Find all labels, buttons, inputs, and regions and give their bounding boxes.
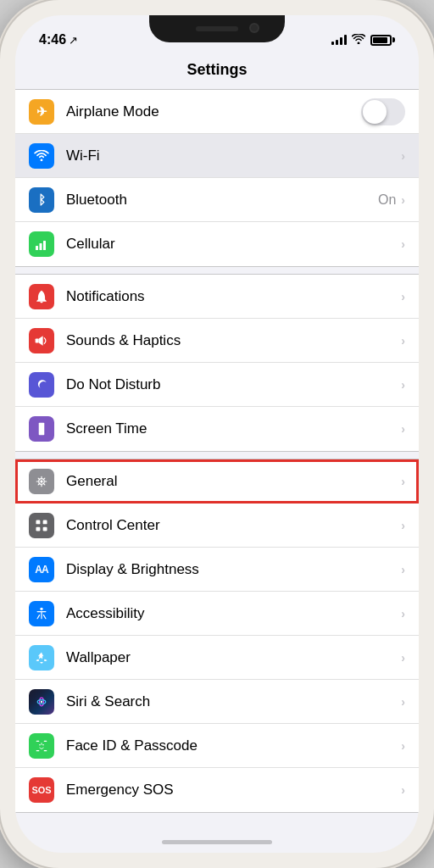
svg-point-16 (42, 743, 44, 745)
dnd-row[interactable]: Do Not Disturb › (15, 363, 419, 407)
faceid-icon (29, 733, 54, 759)
control-center-label: Control Center (66, 517, 401, 534)
screentime-chevron: › (401, 422, 405, 436)
screentime-label: Screen Time (66, 420, 401, 437)
svg-point-14 (41, 700, 42, 702)
svg-rect-2 (43, 241, 46, 250)
airplane-mode-label: Airplane Mode (66, 103, 361, 120)
general-label: General (66, 473, 401, 490)
siri-icon (29, 689, 54, 715)
siri-row[interactable]: Siri & Search › (15, 680, 419, 724)
control-center-row[interactable]: Control Center › (15, 504, 419, 548)
svg-point-11 (40, 607, 42, 609)
wifi-icon (29, 143, 54, 169)
connectivity-section: ✈ Airplane Mode (15, 89, 419, 267)
signal-icon (331, 35, 347, 45)
general-section: General › Control Center › (15, 459, 419, 813)
wifi-status-icon (352, 33, 365, 47)
svg-rect-7 (36, 520, 40, 524)
location-icon: ↗ (69, 34, 78, 47)
wifi-label: Wi-Fi (66, 147, 401, 164)
status-time: 4:46 (39, 32, 66, 47)
settings-page: Settings ✈ Airplane Mode (15, 56, 419, 853)
svg-rect-3 (36, 338, 39, 342)
svg-point-15 (39, 743, 41, 745)
home-indicator[interactable] (162, 840, 272, 844)
wallpaper-row[interactable]: Wallpaper › (15, 636, 419, 680)
svg-rect-0 (36, 246, 38, 250)
wallpaper-chevron: › (401, 651, 405, 665)
control-center-icon (29, 513, 54, 538)
display-icon: AA (29, 557, 54, 582)
display-label: Display & Brightness (66, 561, 401, 578)
accessibility-icon (29, 601, 54, 626)
cellular-row[interactable]: Cellular › (15, 222, 419, 266)
cellular-chevron: › (401, 237, 405, 251)
faceid-row[interactable]: Face ID & Passcode › (15, 724, 419, 768)
accessibility-chevron: › (401, 607, 405, 620)
phone-screen: 4:46 ↗ (15, 15, 419, 853)
airplane-mode-icon: ✈ (29, 99, 54, 125)
sounds-chevron: › (401, 334, 405, 348)
front-camera (249, 23, 259, 33)
sos-icon: SOS (29, 777, 54, 803)
status-icons (331, 33, 395, 47)
svg-rect-10 (43, 526, 47, 531)
cellular-icon (29, 231, 54, 257)
notifications-section: Notifications › Sounds & Haptics › (15, 274, 419, 452)
bluetooth-value: On (378, 192, 396, 208)
general-icon (29, 469, 54, 494)
control-center-chevron: › (401, 519, 405, 532)
phone-frame: 4:46 ↗ (0, 0, 434, 868)
display-row[interactable]: AA Display & Brightness › (15, 548, 419, 592)
sounds-row[interactable]: Sounds & Haptics › (15, 319, 419, 363)
sos-chevron: › (401, 783, 405, 797)
speaker (196, 26, 238, 31)
cellular-label: Cellular (66, 236, 401, 253)
general-row[interactable]: General › (15, 459, 419, 504)
wallpaper-label: Wallpaper (66, 649, 401, 666)
screentime-row[interactable]: Screen Time › (15, 407, 419, 451)
bluetooth-label: Bluetooth (66, 192, 378, 209)
notifications-label: Notifications (66, 288, 401, 305)
bluetooth-row[interactable]: ᛒ Bluetooth On › (15, 178, 419, 222)
display-chevron: › (401, 563, 405, 576)
airplane-mode-toggle[interactable] (361, 98, 405, 125)
faceid-label: Face ID & Passcode (66, 737, 401, 754)
svg-rect-8 (43, 520, 47, 524)
svg-point-5 (40, 480, 42, 482)
page-title: Settings (15, 56, 419, 89)
screentime-icon (29, 416, 54, 442)
airplane-mode-row[interactable]: ✈ Airplane Mode (15, 90, 419, 134)
dnd-chevron: › (401, 378, 405, 392)
notifications-row[interactable]: Notifications › (15, 275, 419, 319)
wifi-chevron: › (401, 149, 405, 163)
sos-label: Emergency SOS (66, 782, 401, 798)
notifications-icon (29, 284, 54, 309)
svg-rect-9 (36, 526, 40, 531)
dnd-icon (29, 372, 54, 398)
wifi-row[interactable]: Wi-Fi › (15, 134, 419, 178)
siri-chevron: › (401, 695, 405, 709)
sounds-icon (29, 328, 54, 353)
wallpaper-icon (29, 645, 54, 670)
svg-rect-1 (40, 243, 42, 250)
general-chevron: › (401, 475, 405, 488)
sounds-label: Sounds & Haptics (66, 332, 401, 349)
notch (149, 15, 285, 42)
bluetooth-icon: ᛒ (29, 187, 54, 213)
sos-row[interactable]: SOS Emergency SOS › (15, 768, 419, 812)
accessibility-label: Accessibility (66, 605, 401, 622)
bluetooth-chevron: › (401, 193, 405, 207)
accessibility-row[interactable]: Accessibility › (15, 592, 419, 636)
notifications-chevron: › (401, 290, 405, 303)
faceid-chevron: › (401, 739, 405, 753)
battery-icon (370, 35, 395, 46)
dnd-label: Do Not Disturb (66, 376, 401, 393)
siri-label: Siri & Search (66, 693, 401, 710)
